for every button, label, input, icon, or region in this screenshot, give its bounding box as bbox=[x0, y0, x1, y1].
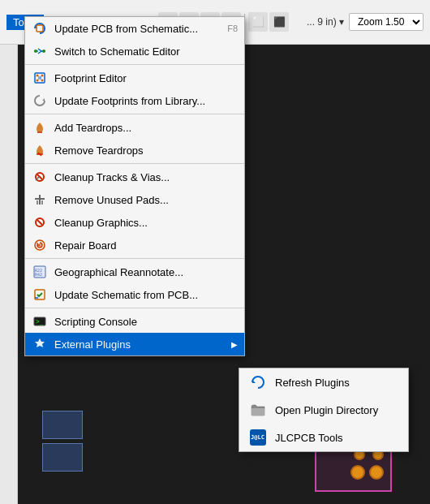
zoom-select[interactable]: Zoom 1.50 bbox=[349, 13, 424, 31]
plugins-icon bbox=[32, 336, 48, 352]
repair-icon bbox=[32, 237, 48, 253]
left-sidebar bbox=[0, 45, 18, 504]
footprint-icon bbox=[32, 70, 48, 86]
sync-icon bbox=[32, 20, 48, 37]
menu-item-switch-schematic[interactable]: Switch to Schematic Editor bbox=[25, 40, 244, 62]
teardrop-remove-icon bbox=[32, 142, 48, 158]
menu-item-remove-unused-pads[interactable]: Remove Unused Pads... bbox=[25, 188, 244, 211]
folder-icon bbox=[249, 401, 267, 419]
svg-rect-1 bbox=[37, 25, 43, 32]
pcb-comp-2 bbox=[42, 443, 83, 472]
menu-item-cleanup-tracks[interactable]: Cleanup Tracks & Vias... bbox=[25, 166, 244, 188]
menu-item-footprint-editor[interactable]: Footprint Editor bbox=[25, 67, 244, 89]
svg-point-3 bbox=[42, 50, 45, 53]
svg-text:R42: R42 bbox=[35, 272, 42, 277]
pcb-comp-1 bbox=[42, 411, 83, 439]
menu-item-update-pcb[interactable]: Update PCB from Schematic... F8 bbox=[25, 17, 244, 40]
menu-item-external-plugins[interactable]: External Plugins ▶ bbox=[25, 333, 244, 355]
menu-item-cleanup-graphics[interactable]: Cleanup Graphics... bbox=[25, 211, 244, 234]
unused-pads-icon bbox=[32, 192, 48, 208]
svg-text:>_: >_ bbox=[36, 318, 44, 325]
reannotate-icon: R22 R42 bbox=[32, 264, 48, 280]
menu-item-remove-teardrops[interactable]: Remove Teardrops bbox=[25, 139, 244, 162]
cleanup-gfx-icon bbox=[32, 214, 48, 230]
submenu-item-jlcpcb[interactable]: J@LC JLCPCB Tools bbox=[239, 424, 408, 451]
menu-item-reannotate[interactable]: R22 R42 Geographical Reannotate... bbox=[25, 261, 244, 283]
divider-1 bbox=[25, 64, 244, 65]
jlcpcb-label: JLCPCB Tools bbox=[275, 432, 343, 444]
divider-3 bbox=[25, 163, 244, 164]
svg-rect-9 bbox=[38, 76, 41, 80]
units-select[interactable]: ... 9 in) ▾ bbox=[307, 16, 344, 28]
svg-line-22 bbox=[37, 220, 42, 225]
cleanup-tracks-icon bbox=[32, 169, 48, 185]
svg-rect-24 bbox=[38, 243, 41, 247]
jlcpcb-icon: J@LC bbox=[249, 429, 267, 446]
external-plugins-submenu: Refresh Plugins Open Plugin Directory J@… bbox=[239, 368, 409, 452]
divider-2 bbox=[25, 114, 244, 114]
schematic-icon bbox=[32, 43, 48, 59]
svg-rect-32 bbox=[252, 408, 264, 416]
submenu-item-refresh-plugins[interactable]: Refresh Plugins bbox=[239, 368, 408, 396]
teardrop-add-icon bbox=[32, 119, 48, 136]
menu-item-update-schematic[interactable]: Update Schematic from PCB... bbox=[25, 283, 244, 306]
divider-5 bbox=[25, 308, 244, 308]
toolbar-btn-5[interactable]: ⬜ bbox=[248, 12, 268, 32]
svg-marker-10 bbox=[42, 98, 45, 101]
submenu-item-open-directory[interactable]: Open Plugin Directory bbox=[239, 396, 408, 424]
svg-marker-31 bbox=[252, 380, 256, 383]
tools-dropdown: Update PCB from Schematic... F8 Switch t… bbox=[24, 16, 245, 356]
divider-4 bbox=[25, 258, 244, 259]
svg-point-2 bbox=[34, 50, 37, 53]
svg-text:J@LC: J@LC bbox=[251, 434, 264, 441]
refresh-icon bbox=[249, 373, 267, 391]
menu-item-scripting-console[interactable]: >_ Scripting Console bbox=[25, 310, 244, 333]
refresh-plugins-label: Refresh Plugins bbox=[275, 377, 350, 389]
toolbar-btn-6[interactable]: ⬛ bbox=[269, 12, 289, 32]
menu-item-add-teardrops[interactable]: Add Teardrops... bbox=[25, 116, 244, 139]
open-directory-label: Open Plugin Directory bbox=[275, 404, 378, 416]
update-fp-icon bbox=[32, 93, 48, 109]
menu-item-update-footprints[interactable]: Update Footprints from Library... bbox=[25, 89, 244, 112]
menu-item-repair-board[interactable]: Repair Board bbox=[25, 234, 244, 256]
submenu-arrow: ▶ bbox=[231, 340, 238, 349]
console-icon: >_ bbox=[32, 313, 48, 330]
update-sch-icon bbox=[32, 286, 48, 303]
